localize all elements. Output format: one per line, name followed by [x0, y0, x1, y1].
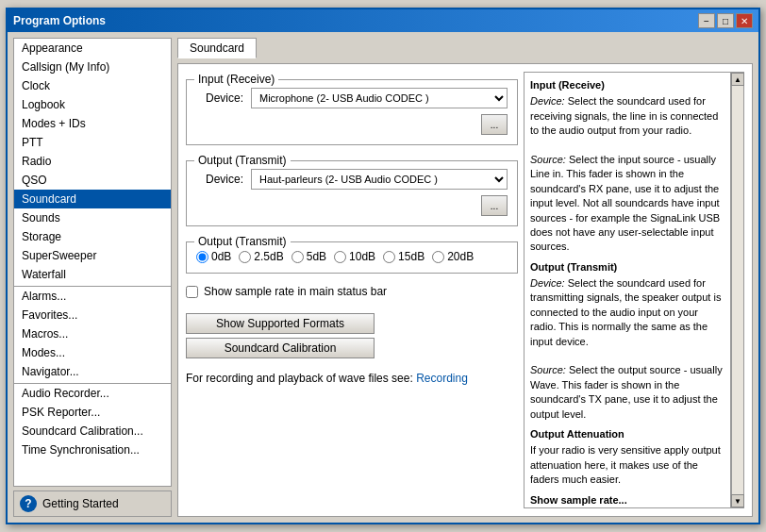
help-scrollbar[interactable]: ▲ ▼: [731, 72, 744, 508]
sidebar-item-soundcard[interactable]: Soundcard: [14, 190, 171, 208]
output-device-row: Device: Haut-parleurs (2- USB Audio CODE…: [196, 169, 508, 190]
help-title-sample-rate: Show sample rate...: [530, 493, 724, 507]
window-title: Program Options: [13, 14, 106, 27]
sidebar-item-logbook[interactable]: Logbook: [14, 95, 171, 114]
getting-started-label: Getting Started: [42, 497, 119, 510]
program-options-window: Program Options − □ ✕ Appearance Callsig…: [6, 8, 760, 524]
scroll-track[interactable]: [732, 86, 743, 494]
nav-section-bot: Audio Recorder... PSK Reporter... Soundc…: [14, 383, 171, 459]
bottom-bar: ? Getting Started: [13, 490, 172, 517]
sidebar-item-psk-reporter[interactable]: PSK Reporter...: [14, 403, 171, 422]
help-body-source-output: Source: Select the output source - usual…: [530, 363, 724, 422]
link-prefix: For recording and playback of wave files…: [186, 372, 416, 385]
output-device-label: Device:: [196, 173, 243, 186]
title-bar: Program Options − □ ✕: [8, 9, 758, 32]
help-body-attenuation: If your radio is very sensitive apply ou…: [530, 443, 724, 487]
sidebar-item-storage[interactable]: Storage: [14, 227, 171, 246]
input-device-select[interactable]: Microphone (2- USB Audio CODEC ): [251, 88, 508, 108]
sidebar-item-favorites[interactable]: Favorites...: [14, 306, 171, 324]
sidebar-item-qso[interactable]: QSO: [14, 171, 171, 190]
help-panel-container: Input (Receive) Device: Select the sound…: [524, 72, 744, 508]
sidebar-item-soundcard-calibration[interactable]: Soundcard Calibration...: [14, 422, 171, 441]
sidebar-item-sounds[interactable]: Sounds: [14, 208, 171, 227]
help-body-output-transmit: Device: Select the soundcard used for tr…: [530, 276, 724, 349]
input-receive-group: Input (Receive) Device: Microphone (2- U…: [186, 79, 518, 145]
input-device-label: Device:: [196, 91, 243, 105]
tab-content: Input (Receive) Device: Microphone (2- U…: [177, 63, 753, 517]
input-browse-button[interactable]: ...: [481, 114, 508, 135]
sample-rate-checkbox-row: Show sample rate in main status bar: [186, 285, 518, 298]
output-transmit-title: Output (Transmit): [194, 154, 291, 167]
sample-rate-label: Show sample rate in main status bar: [204, 285, 387, 298]
help-body-input-receive: Device: Select the soundcard used for re…: [530, 94, 724, 138]
recording-link[interactable]: Recording: [416, 372, 468, 385]
minimize-button[interactable]: −: [698, 13, 715, 28]
input-device-row: Device: Microphone (2- USB Audio CODEC ): [196, 88, 508, 108]
right-panel: Soundcard Input (Receive) Device: Microp…: [177, 38, 753, 517]
help-icon[interactable]: ?: [20, 495, 37, 512]
output-browse-button[interactable]: ...: [481, 195, 508, 216]
output-transmit-group: Output (Transmit) Device: Haut-parleurs …: [186, 160, 518, 226]
input-receive-title: Input (Receive): [194, 73, 278, 86]
help-title-input-receive: Input (Receive): [530, 78, 724, 92]
radio-20db[interactable]: 20dB: [432, 250, 474, 263]
sidebar-item-ptt[interactable]: PTT: [14, 133, 171, 152]
sidebar-item-macros[interactable]: Macros...: [14, 324, 171, 343]
scroll-down-arrow[interactable]: ▼: [731, 494, 744, 507]
radio-10db[interactable]: 10dB: [334, 250, 375, 263]
scroll-up-arrow[interactable]: ▲: [731, 73, 744, 86]
output-attenuation-group: Output (Transmit) 0dB 2.5dB 5dB: [186, 241, 518, 274]
radio-2-5db[interactable]: 2.5dB: [239, 250, 283, 263]
radio-15db[interactable]: 15dB: [383, 250, 425, 263]
title-bar-controls: − □ ✕: [698, 13, 753, 28]
calibration-button[interactable]: Soundcard Calibration: [186, 338, 375, 358]
sidebar-item-waterfall[interactable]: Waterfall: [14, 265, 171, 284]
help-title-output-transmit: Output (Transmit): [530, 260, 724, 274]
show-formats-button[interactable]: Show Supported Formats: [186, 313, 375, 334]
nav-section-mid: Alarms... Favorites... Macros... Modes..…: [14, 286, 171, 381]
sidebar-item-radio[interactable]: Radio: [14, 152, 171, 171]
sidebar-item-supersweeper[interactable]: SuperSweeper: [14, 246, 171, 265]
sidebar-item-alarms[interactable]: Alarms...: [14, 287, 171, 306]
radio-0db[interactable]: 0dB: [196, 250, 231, 263]
sidebar-item-audio-recorder[interactable]: Audio Recorder...: [14, 384, 171, 403]
sidebar-item-modes-ids[interactable]: Modes + IDs: [14, 114, 171, 133]
tab-soundcard[interactable]: Soundcard: [177, 38, 257, 58]
window-content: Appearance Callsign (My Info) Clock Logb…: [8, 32, 758, 523]
output-attenuation-title: Output (Transmit): [194, 235, 291, 248]
radio-5db[interactable]: 5dB: [291, 250, 326, 263]
tab-bar: Soundcard: [177, 38, 753, 58]
sample-rate-checkbox[interactable]: [186, 286, 198, 298]
help-panel: Input (Receive) Device: Select the sound…: [524, 72, 731, 508]
close-button[interactable]: ✕: [736, 13, 753, 28]
sidebar-item-appearance[interactable]: Appearance: [14, 39, 171, 58]
output-device-select[interactable]: Haut-parleurs (2- USB Audio CODEC ): [251, 169, 508, 190]
help-title-attenuation: Output Attenuation: [530, 427, 724, 441]
sidebar-item-navigator[interactable]: Navigator...: [14, 362, 171, 381]
maximize-button[interactable]: □: [717, 13, 734, 28]
sidebar-item-callsign[interactable]: Callsign (My Info): [14, 58, 171, 76]
sidebar-item-time-sync[interactable]: Time Synchronisation...: [14, 441, 171, 459]
recording-link-row: For recording and playback of wave files…: [186, 372, 518, 385]
attenuation-radio-group: 0dB 2.5dB 5dB 10dB: [196, 250, 508, 263]
help-body-source-input: Source: Select the input source - usuall…: [530, 153, 724, 255]
sidebar-item-clock[interactable]: Clock: [14, 76, 171, 95]
main-form: Input (Receive) Device: Microphone (2- U…: [186, 72, 518, 508]
nav-list: Appearance Callsign (My Info) Clock Logb…: [13, 38, 172, 487]
sidebar-item-modes[interactable]: Modes...: [14, 343, 171, 362]
left-panel: Appearance Callsign (My Info) Clock Logb…: [13, 38, 172, 517]
